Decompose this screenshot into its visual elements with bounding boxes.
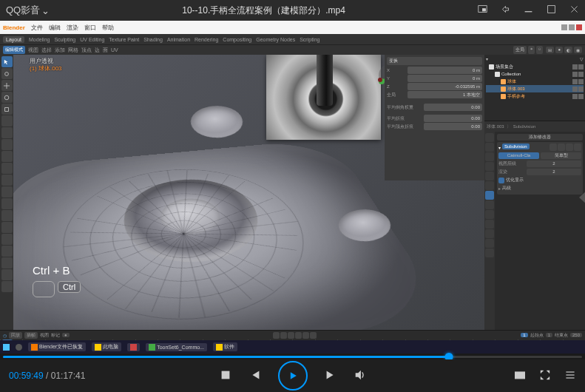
menu-edge[interactable]: 边 xyxy=(95,47,100,54)
playback-menu[interactable]: 回放 xyxy=(9,332,22,339)
tool-addcube[interactable] xyxy=(1,151,13,162)
tool-spin[interactable] xyxy=(1,234,13,245)
outliner[interactable]: ▾▽ 场景集合Collection球体球体.003手柄参考 xyxy=(484,55,585,121)
jump-end-icon[interactable] xyxy=(310,332,317,339)
subtitle-button[interactable] xyxy=(514,369,526,383)
subdiv-render[interactable]: 2 xyxy=(527,169,581,175)
frame-end[interactable]: 250 xyxy=(570,333,582,337)
tab-sculpting[interactable]: Sculpting xyxy=(54,37,75,42)
next-button[interactable] xyxy=(324,368,337,384)
subdiv-type[interactable]: Catmull-Cla xyxy=(498,152,539,159)
keying-menu[interactable]: 插帧 xyxy=(24,332,38,339)
tool-inset[interactable] xyxy=(1,175,13,186)
ptab-output[interactable] xyxy=(485,143,494,152)
tool-shrink[interactable] xyxy=(1,269,13,280)
ptab-object[interactable] xyxy=(485,181,494,190)
outliner-item[interactable]: Collection xyxy=(486,70,584,78)
subdiv-viewport[interactable]: 2 xyxy=(527,160,581,167)
menu-face[interactable]: 面 xyxy=(103,47,108,54)
player-app-name[interactable]: QQ影音⌄ xyxy=(6,4,50,17)
taskbar-item-4[interactable]: ToonSet6_Commo... xyxy=(146,343,207,351)
keyframe-next-icon[interactable] xyxy=(302,332,309,339)
frame-start[interactable]: 1 xyxy=(546,333,552,337)
advanced-toggle[interactable]: 高级 xyxy=(502,185,511,192)
ptab-world[interactable] xyxy=(485,172,494,180)
filter-icon[interactable]: ▽ xyxy=(580,56,584,61)
tool-rip[interactable] xyxy=(1,281,13,292)
tool-rotate[interactable] xyxy=(1,92,13,103)
tab-rendering[interactable]: Rendering xyxy=(195,37,218,42)
volume-button[interactable] xyxy=(354,368,367,384)
taskbar-item-5[interactable]: 软件 xyxy=(213,342,237,351)
ontop-icon[interactable] xyxy=(501,4,510,16)
tool-scale[interactable] xyxy=(1,104,13,115)
tab-modeling[interactable]: Modeling xyxy=(29,37,50,42)
shading-wire-icon[interactable]: ⊞ xyxy=(546,47,554,53)
menu-render[interactable]: 渲染 xyxy=(67,24,78,32)
ptab-render[interactable] xyxy=(485,133,494,142)
transform-y[interactable]: 0 m xyxy=(408,75,482,82)
tool-cursor[interactable] xyxy=(1,68,13,79)
outliner-item[interactable]: 球体.003 xyxy=(486,85,584,92)
tool-transform[interactable] xyxy=(1,115,13,126)
timeline-editor-icon[interactable]: ◷ xyxy=(3,333,7,338)
transform-z[interactable]: -0.032595 m xyxy=(408,83,482,90)
ptab-data[interactable] xyxy=(485,229,494,238)
play-rev-icon[interactable] xyxy=(288,332,294,339)
tool-knife[interactable] xyxy=(1,210,13,221)
outliner-item[interactable]: 球体 xyxy=(486,78,584,85)
tool-bevel[interactable] xyxy=(1,186,13,197)
tool-loopcut[interactable] xyxy=(1,198,13,209)
tool-select[interactable] xyxy=(1,56,13,67)
win-max-icon[interactable] xyxy=(569,24,575,30)
ptab-particle[interactable] xyxy=(485,200,494,209)
viewport-3d[interactable]: 用户透视 (1) 球体.003 xyxy=(13,55,484,330)
tool-measure[interactable] xyxy=(1,139,13,150)
pip-icon[interactable] xyxy=(478,4,487,16)
shading-solid-icon[interactable]: ● xyxy=(555,47,563,53)
menu-vertex[interactable]: 顶点 xyxy=(81,47,92,54)
shading-matprev-icon[interactable]: ◐ xyxy=(564,47,572,53)
minimize-icon[interactable] xyxy=(524,4,533,16)
transform-space[interactable]: 1 本地空 xyxy=(408,91,482,98)
ptab-modifier[interactable] xyxy=(485,191,494,200)
shading-render-icon[interactable]: ◉ xyxy=(574,47,582,53)
tool-polybuild[interactable] xyxy=(1,222,13,233)
tab-texpaint[interactable]: Texture Paint xyxy=(109,37,139,42)
autokey-toggle[interactable]: ● xyxy=(62,333,70,337)
crease[interactable]: 0.00 xyxy=(424,115,482,122)
mode-select[interactable]: 编辑模式 xyxy=(3,46,25,54)
play-fwd-icon[interactable] xyxy=(295,332,302,339)
taskbar-item-3[interactable] xyxy=(127,343,140,351)
tool-annotate[interactable] xyxy=(1,127,13,138)
menu-mesh[interactable]: 网格 xyxy=(68,47,78,54)
modifier-name[interactable]: Subdivision xyxy=(502,143,530,149)
tab-compositing[interactable]: Compositing xyxy=(223,37,251,42)
win-close-icon[interactable] xyxy=(576,24,582,30)
optimal-display-check[interactable] xyxy=(498,178,504,183)
ptab-constraint[interactable] xyxy=(485,220,494,229)
add-modifier[interactable]: 添加修改器 xyxy=(497,134,583,141)
tab-animation[interactable]: Animation xyxy=(167,37,190,42)
menu-window[interactable]: 窗口 xyxy=(84,24,96,32)
n-panel-header[interactable]: 变换 xyxy=(387,57,482,65)
ptab-physics[interactable] xyxy=(485,210,494,219)
keyframe-prev-icon[interactable] xyxy=(280,332,287,339)
jump-start-icon[interactable] xyxy=(273,332,280,339)
tab-shading[interactable]: Shading xyxy=(143,37,163,42)
tab-uvediting[interactable]: UV Editing xyxy=(80,37,104,42)
tab-layout[interactable]: Layout xyxy=(3,36,24,43)
stop-button[interactable] xyxy=(219,368,232,384)
taskbar-item-2[interactable]: 此电脑 xyxy=(92,342,121,351)
video-content[interactable]: Blender 文件 编辑 渲染 窗口 帮助 Layout Modeling S… xyxy=(0,21,585,354)
menu-add[interactable]: 添加 xyxy=(55,47,65,54)
prev-button[interactable] xyxy=(248,368,262,384)
menu-uv[interactable]: UV xyxy=(111,47,118,53)
transform-x[interactable]: 0 m xyxy=(408,67,482,74)
ptab-material[interactable] xyxy=(485,239,494,248)
outliner-mode-icon[interactable]: ▾ xyxy=(486,56,488,61)
frame-current[interactable]: 1 xyxy=(521,333,527,337)
maximize-icon[interactable] xyxy=(547,4,556,16)
fullscreen-button[interactable] xyxy=(539,369,551,383)
ptab-view[interactable] xyxy=(485,152,494,161)
